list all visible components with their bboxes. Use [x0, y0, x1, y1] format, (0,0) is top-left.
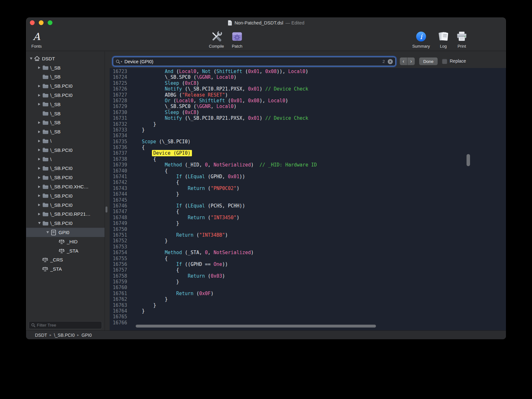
pane-splitter[interactable] — [105, 51, 110, 330]
compile-button[interactable]: Compile — [205, 30, 228, 49]
line-number: 16761 — [110, 291, 127, 296]
tree-item-label: \_SB.PCI0 — [50, 202, 105, 208]
tree-item-sb[interactable]: \_SB — [26, 100, 105, 109]
tree-item-sbpci0[interactable]: \_SB.PCI0 — [26, 91, 105, 100]
splitter-handle[interactable] — [106, 206, 107, 213]
disclosure-triangle-icon[interactable] — [37, 167, 42, 170]
vertical-scrollbar-thumb[interactable] — [467, 154, 470, 166]
code-text: } — [127, 127, 145, 133]
tree-item-sbpci0[interactable]: \_SB.PCI0 — [26, 81, 105, 91]
breadcrumb-separator-icon: ▸ — [77, 333, 79, 337]
line-number: 16730 — [110, 110, 127, 115]
folder-icon — [42, 175, 49, 180]
tree-item-dsdt[interactable]: DSDT — [26, 54, 105, 63]
tree-item-label: GPI0 — [58, 230, 105, 235]
tree-item-sbpci0[interactable]: \_SB.PCI0 — [26, 145, 105, 155]
disclosure-triangle-icon[interactable] — [37, 140, 42, 142]
line-number: 16731 — [110, 115, 127, 121]
tree-item-sb[interactable]: \_SB — [26, 72, 105, 82]
disclosure-triangle-icon[interactable] — [37, 176, 42, 179]
line-number: 16763 — [110, 302, 127, 308]
disclosure-triangle-icon[interactable] — [45, 231, 50, 233]
tree-item-sta[interactable]: _STA — [26, 246, 105, 255]
search-icon — [31, 323, 35, 327]
filter-tree-field[interactable] — [29, 321, 102, 329]
line-number: 16746 — [110, 203, 127, 209]
log-button[interactable]: Log — [435, 30, 451, 49]
replace-checkbox[interactable] — [442, 59, 447, 64]
disclosure-triangle-icon[interactable] — [37, 66, 42, 69]
horizontal-scrollbar-thumb[interactable] — [136, 325, 376, 328]
tree-item-[interactable]: \ — [26, 155, 105, 164]
breadcrumb-item[interactable]: \_SB.PCI0 — [54, 333, 75, 338]
find-navigation: ‹ › — [400, 57, 415, 65]
disclosure-triangle-icon[interactable] — [37, 121, 42, 124]
search-field[interactable]: ▾ 2 × — [113, 57, 396, 66]
disclosure-triangle-icon[interactable] — [37, 94, 42, 97]
code-editor[interactable]: 16723 And (Local0, Not (ShiftLeft (0x01,… — [110, 68, 506, 330]
patch-button[interactable]: Patch — [228, 30, 247, 49]
disclosure-triangle-icon[interactable] — [37, 149, 42, 151]
code-line: 16761 Return (0x0F) — [110, 291, 506, 296]
document-icon — [50, 230, 57, 235]
fonts-icon: A — [33, 30, 40, 44]
done-button[interactable]: Done — [419, 57, 438, 65]
line-number: 16729 — [110, 104, 127, 109]
tree-item-sb[interactable]: \_SB — [26, 109, 105, 118]
tree-item-hid[interactable]: _HID — [26, 237, 105, 246]
line-number: 16748 — [110, 215, 127, 220]
tree-item-sta[interactable]: _STA — [26, 264, 105, 274]
tree-item-[interactable]: \ — [26, 136, 105, 145]
disclosure-triangle-icon[interactable] — [37, 194, 42, 197]
tree-item-sbpci0xhc[interactable]: \_SB.PCI0.XHC… — [26, 182, 105, 191]
tree-item-sbpci0[interactable]: \_SB.PCI0 — [26, 173, 105, 182]
fonts-label: Fonts — [31, 44, 42, 49]
tree-item-sbpci0[interactable]: \_SB.PCI0 — [26, 200, 105, 210]
clear-search-icon[interactable]: × — [388, 59, 393, 64]
code-text: Return ("PNP0C02") — [127, 186, 239, 191]
disclosure-triangle-icon[interactable] — [37, 204, 42, 206]
code-text — [127, 197, 130, 203]
line-number: 16758 — [110, 273, 127, 279]
disclosure-triangle-icon[interactable] — [29, 57, 33, 60]
sidebar-tree[interactable]: DSDT\_SB\_SB\_SB.PCI0\_SB.PCI0\_SB\_SB\_… — [26, 54, 105, 274]
tree-item-sbpci0[interactable]: \_SB.PCI0 — [26, 164, 105, 173]
disclosure-triangle-icon[interactable] — [37, 213, 42, 215]
disclosure-triangle-icon[interactable] — [37, 85, 42, 87]
match-count: 2 — [382, 59, 385, 64]
disclosure-triangle-icon[interactable] — [37, 186, 42, 188]
tree-item-crs[interactable]: _CRS — [26, 255, 105, 265]
disclosure-triangle-icon[interactable] — [37, 158, 42, 160]
disclosure-triangle-icon[interactable] — [37, 103, 42, 105]
code-text: Return ("INT3450") — [127, 215, 239, 220]
folder-icon — [42, 147, 49, 152]
titlebar[interactable]: Non-Patched_DSDT.dsl — Edited — [26, 17, 506, 28]
tree-item-sbpci0rp21[interactable]: \_SB.PCI0.RP21… — [26, 210, 105, 219]
filter-tree-input[interactable] — [37, 323, 99, 328]
print-button[interactable]: Print — [453, 30, 470, 49]
disclosure-triangle-icon[interactable] — [37, 222, 42, 224]
code-text: Sleep (0xC8) — [127, 110, 199, 115]
search-menu-caret-icon[interactable]: ▾ — [121, 60, 122, 63]
code-line: 16747 { — [110, 209, 506, 214]
line-number: 16764 — [110, 308, 127, 314]
breadcrumb-item[interactable]: DSDT — [35, 333, 47, 338]
print-icon — [456, 30, 468, 44]
tree-item-sb[interactable]: \_SB — [26, 118, 105, 127]
tree-item-sb[interactable]: \_SB — [26, 127, 105, 136]
fonts-button[interactable]: A Fonts — [27, 30, 46, 49]
tree-item-gpi0[interactable]: GPI0 — [26, 228, 105, 237]
code-text: Method (_STA, 0, NotSerialized) — [127, 250, 254, 255]
code-line: 16762 } — [110, 296, 506, 302]
code-text: Return (0x03) — [127, 273, 225, 279]
code-line: 16743 Return ("PNP0C02") — [110, 186, 506, 191]
tree-item-sb[interactable]: \_SB — [26, 63, 105, 72]
search-input[interactable] — [125, 59, 383, 64]
disclosure-triangle-icon[interactable] — [37, 131, 42, 133]
tree-item-sbpci0[interactable]: \_SB.PCI0 — [26, 219, 105, 228]
summary-button[interactable]: i Summary — [409, 30, 433, 49]
find-next-button[interactable]: › — [407, 57, 415, 65]
tree-item-sbpci0[interactable]: \_SB.PCI0 — [26, 191, 105, 200]
find-previous-button[interactable]: ‹ — [400, 57, 407, 65]
breadcrumb-item[interactable]: GPI0 — [82, 333, 92, 338]
